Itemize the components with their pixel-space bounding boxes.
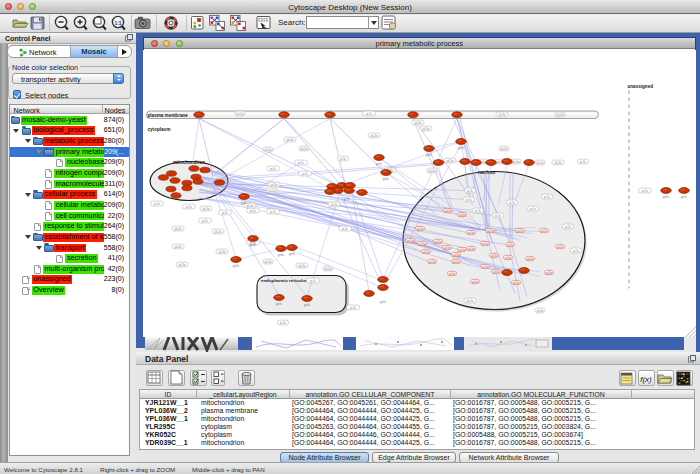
svg-text:pr-5c: pr-5c bbox=[250, 208, 257, 212]
svg-text:yd-3w: yd-3w bbox=[557, 244, 565, 248]
svg-text:pr-5c: pr-5c bbox=[270, 166, 277, 170]
svg-text:yk-2w: yk-2w bbox=[513, 159, 521, 163]
svg-text:yd-3w: yd-3w bbox=[407, 238, 415, 242]
svg-text:yk-2w: yk-2w bbox=[179, 262, 187, 266]
svg-text:yd-3w: yd-3w bbox=[482, 241, 490, 245]
svg-text:yd-3w: yd-3w bbox=[517, 228, 525, 232]
svg-text:pr-5c: pr-5c bbox=[202, 218, 209, 222]
svg-text:yjr0c: yjr0c bbox=[380, 300, 387, 304]
svg-text:pr-5c: pr-5c bbox=[298, 160, 305, 164]
svg-text:yjr0c: yjr0c bbox=[426, 153, 433, 157]
svg-text:pr-5c: pr-5c bbox=[222, 210, 229, 214]
svg-text:pr-5c: pr-5c bbox=[467, 188, 474, 192]
svg-text:yk-2w: yk-2w bbox=[215, 229, 223, 233]
svg-text:yd-3w: yd-3w bbox=[487, 228, 495, 232]
svg-text:yd-3w: yd-3w bbox=[546, 270, 554, 274]
svg-text:pr-5c: pr-5c bbox=[530, 206, 537, 210]
svg-text:yd-3w: yd-3w bbox=[468, 246, 476, 250]
svg-text:yk-2w: yk-2w bbox=[175, 226, 183, 230]
svg-text:yjr0c: yjr0c bbox=[376, 162, 383, 166]
svg-text:pr-5c: pr-5c bbox=[580, 159, 587, 163]
svg-text:yk-2w: yk-2w bbox=[423, 126, 431, 130]
svg-text:yk-2w: yk-2w bbox=[557, 112, 565, 116]
svg-text:yjr0c: yjr0c bbox=[458, 146, 465, 150]
svg-text:yk-2w: yk-2w bbox=[271, 182, 279, 186]
svg-text:yk-2w: yk-2w bbox=[537, 308, 545, 312]
svg-text:yk-2w: yk-2w bbox=[537, 160, 545, 164]
svg-text:mitochondrion: mitochondrion bbox=[173, 160, 205, 165]
svg-text:yd-3w: yd-3w bbox=[419, 241, 427, 245]
svg-text:yjr0c: yjr0c bbox=[344, 197, 351, 201]
svg-text:yd-3w: yd-3w bbox=[417, 226, 425, 230]
svg-text:yd-3w: yd-3w bbox=[459, 247, 467, 251]
svg-text:pr-5c: pr-5c bbox=[342, 226, 349, 230]
svg-text:yk-2w: yk-2w bbox=[371, 133, 379, 137]
svg-text:pr-5c: pr-5c bbox=[310, 278, 317, 282]
svg-text:yjr0c: yjr0c bbox=[241, 201, 248, 205]
svg-text:yd-3w: yd-3w bbox=[491, 253, 499, 257]
svg-text:yk-2w: yk-2w bbox=[415, 120, 423, 124]
svg-text:pr-5c: pr-5c bbox=[366, 111, 373, 115]
svg-text:yk-2w: yk-2w bbox=[467, 298, 475, 302]
svg-text:yjr0c: yjr0c bbox=[250, 243, 257, 247]
svg-text:yk-2w: yk-2w bbox=[429, 168, 437, 172]
svg-text:yk-2w: yk-2w bbox=[247, 203, 255, 207]
svg-text:yjr0c: yjr0c bbox=[276, 302, 283, 306]
svg-text:yjr0c: yjr0c bbox=[681, 195, 688, 199]
svg-text:pr-5c: pr-5c bbox=[544, 194, 551, 198]
svg-text:yd-3w: yd-3w bbox=[468, 230, 476, 234]
svg-text:unassigned: unassigned bbox=[628, 84, 654, 89]
svg-text:yk-2w: yk-2w bbox=[325, 266, 333, 270]
svg-text:yd-3w: yd-3w bbox=[507, 242, 515, 246]
svg-text:yjr0c: yjr0c bbox=[304, 303, 311, 307]
svg-text:yk-2w: yk-2w bbox=[499, 112, 507, 116]
svg-text:yjr0c: yjr0c bbox=[383, 177, 390, 181]
svg-text:yjr0c: yjr0c bbox=[278, 253, 285, 257]
svg-text:pr-5c: pr-5c bbox=[495, 213, 502, 217]
svg-text:pr-5c: pr-5c bbox=[186, 204, 193, 208]
svg-text:yd-3w: yd-3w bbox=[449, 271, 457, 275]
svg-text:pr-5c: pr-5c bbox=[466, 197, 473, 201]
svg-text:pr-5c: pr-5c bbox=[340, 156, 347, 160]
svg-text:yk-2w: yk-2w bbox=[265, 259, 273, 263]
svg-text:pr-5c: pr-5c bbox=[302, 171, 309, 175]
svg-text:yk-2w: yk-2w bbox=[203, 206, 211, 210]
svg-text:yd-3w: yd-3w bbox=[459, 212, 467, 216]
svg-text:yk-2w: yk-2w bbox=[269, 188, 277, 192]
svg-text:pr-5c: pr-5c bbox=[475, 208, 482, 212]
svg-text:pr-5c: pr-5c bbox=[280, 320, 287, 324]
svg-text:yk-2w: yk-2w bbox=[265, 147, 273, 151]
svg-text:pr-5c: pr-5c bbox=[642, 188, 649, 192]
svg-text:f(x): f(x) bbox=[640, 375, 652, 384]
svg-text:yd-3w: yd-3w bbox=[444, 245, 452, 249]
svg-text:pr-5c: pr-5c bbox=[509, 200, 516, 204]
svg-text:cytoplasm: cytoplasm bbox=[148, 127, 171, 132]
svg-text:yk-2w: yk-2w bbox=[299, 263, 307, 267]
svg-text:yk-2w: yk-2w bbox=[287, 137, 295, 141]
svg-text:pr-5c: pr-5c bbox=[573, 248, 580, 252]
svg-text:yd-3w: yd-3w bbox=[482, 264, 490, 268]
svg-text:yjr0c: yjr0c bbox=[233, 264, 240, 268]
svg-text:yd-3w: yd-3w bbox=[429, 259, 437, 263]
svg-text:yd-3w: yd-3w bbox=[541, 228, 549, 232]
svg-text:yd-3w: yd-3w bbox=[423, 249, 431, 253]
svg-text:yd-3w: yd-3w bbox=[505, 255, 513, 259]
svg-text:pr-5c: pr-5c bbox=[270, 209, 277, 213]
svg-text:yd-3w: yd-3w bbox=[527, 256, 535, 260]
svg-text:yk-2w: yk-2w bbox=[175, 244, 183, 248]
svg-text:yk-2w: yk-2w bbox=[331, 202, 339, 206]
svg-text:yk-2w: yk-2w bbox=[447, 158, 455, 162]
svg-text:yd-3w: yd-3w bbox=[453, 259, 461, 263]
svg-text:pr-5c: pr-5c bbox=[350, 305, 357, 309]
svg-text:yk-2w: yk-2w bbox=[237, 111, 245, 115]
svg-text:yd-3w: yd-3w bbox=[472, 279, 480, 283]
svg-text:endoplasmic reticulum: endoplasmic reticulum bbox=[261, 278, 309, 283]
svg-text:yk-2w: yk-2w bbox=[555, 160, 563, 164]
svg-text:yd-3w: yd-3w bbox=[435, 239, 443, 243]
svg-text:yjr0c: yjr0c bbox=[663, 195, 670, 199]
svg-text:yd-3w: yd-3w bbox=[493, 269, 501, 273]
svg-text:yk-2w: yk-2w bbox=[501, 146, 509, 150]
svg-text:yd-3w: yd-3w bbox=[513, 280, 521, 284]
svg-text:pr-5c: pr-5c bbox=[565, 224, 572, 228]
svg-text:yjr0c: yjr0c bbox=[289, 252, 296, 256]
